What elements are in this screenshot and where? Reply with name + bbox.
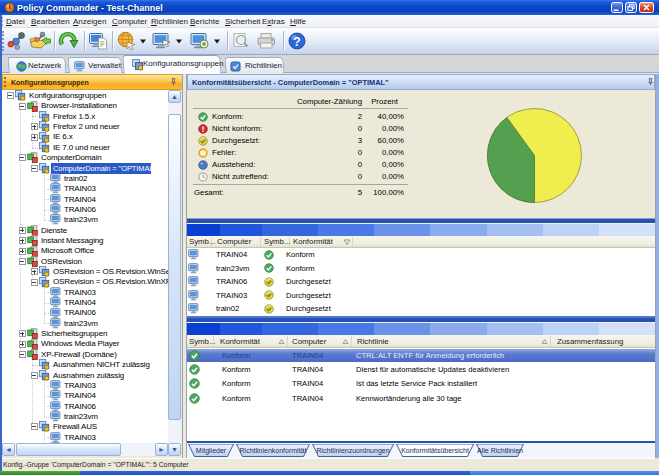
svg-text:?: ? [293,35,300,49]
